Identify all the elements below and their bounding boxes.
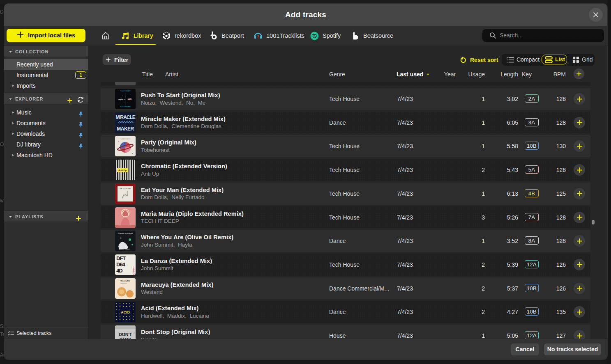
svg-text:D64: D64 — [116, 261, 126, 268]
svg-text:EAT YOUR MAN: EAT YOUR MAN — [120, 188, 131, 190]
svg-text:PUSH TO START: PUSH TO START — [120, 90, 130, 92]
svg-text:DFT: DFT — [116, 255, 126, 261]
svg-text:maracuya: maracuya — [120, 283, 127, 284]
svg-text:ACID: ACID — [121, 310, 130, 314]
svg-text:Anti Up: Anti Up — [118, 169, 127, 172]
svg-text:MAKER: MAKER — [117, 126, 134, 132]
svg-text:WHERE YOU ARE: WHERE YOU ARE — [118, 232, 133, 234]
svg-text:WESTEND: WESTEND — [120, 280, 130, 282]
svg-text:JOHN SUMMIT: JOHN SUMMIT — [120, 249, 130, 250]
svg-text:MIRACLE: MIRACLE — [115, 114, 136, 120]
svg-text:LA DANZA: LA DANZA — [133, 267, 135, 275]
svg-text:NOIZU WESTEND: NOIZU WESTEND — [120, 106, 131, 108]
svg-text:TOBEHONEST: TOBEHONEST — [120, 138, 131, 140]
svg-text:4D: 4D — [116, 268, 122, 274]
svg-text:?: ? — [257, 35, 259, 39]
svg-text:DON'T: DON'T — [119, 332, 132, 337]
